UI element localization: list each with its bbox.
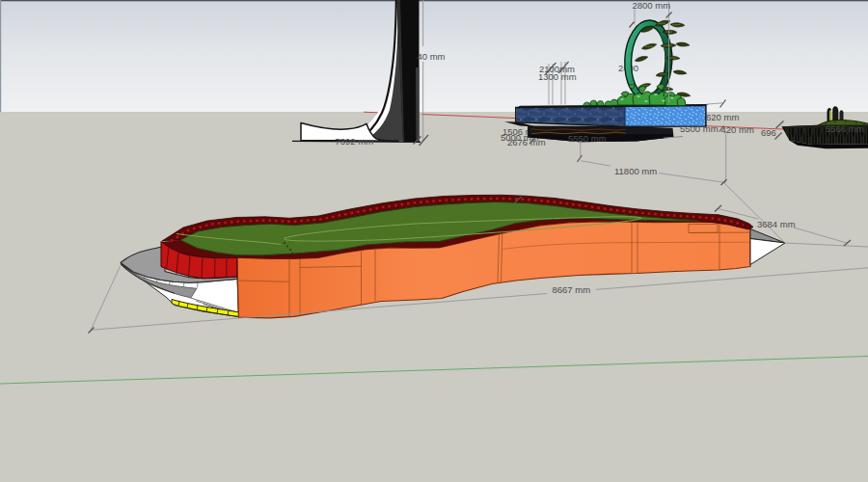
svg-text:420 mm: 420 mm xyxy=(721,124,754,135)
svg-text:696: 696 xyxy=(761,127,776,138)
svg-text:40 mm: 40 mm xyxy=(418,51,446,62)
svg-text:2676 mm: 2676 mm xyxy=(507,137,546,147)
svg-text:8667 mm: 8667 mm xyxy=(553,284,591,295)
svg-text:3684 mm: 3684 mm xyxy=(757,219,796,229)
svg-text:5500 mm: 5500 mm xyxy=(680,123,719,134)
svg-text:620 mm: 620 mm xyxy=(706,112,739,122)
svg-text:2800 mm: 2800 mm xyxy=(633,0,671,11)
svg-text:5550 mm: 5550 mm xyxy=(568,133,607,144)
svg-text:11800 mm: 11800 mm xyxy=(614,166,657,176)
svg-text:1300 mm: 1300 mm xyxy=(538,71,577,82)
svg-text:7392 mm: 7392 mm xyxy=(336,136,374,147)
svg-text:5566 mm: 5566 mm xyxy=(826,123,864,134)
